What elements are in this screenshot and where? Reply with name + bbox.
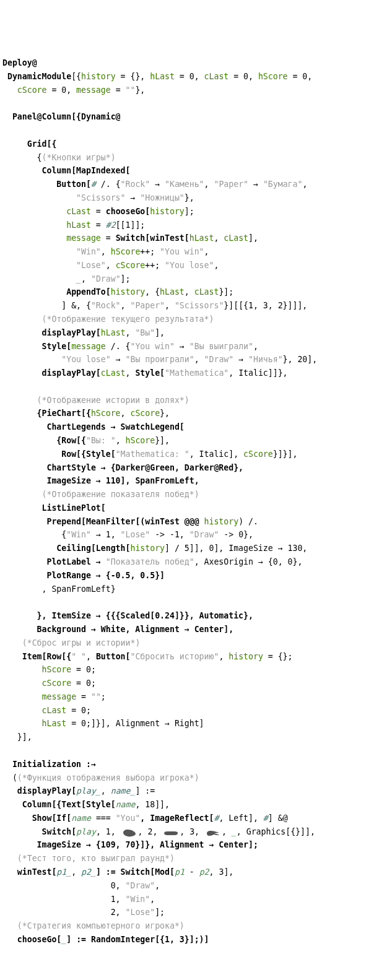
str-win: "Win" bbox=[76, 247, 101, 256]
syntax: = 0, bbox=[175, 72, 204, 81]
var-message: message bbox=[76, 85, 111, 95]
str-youwin2: "You win" bbox=[130, 342, 174, 351]
switch2: Switch[ bbox=[42, 827, 77, 836]
syntax: ] / 5]], 0], ImageSize → 130, bbox=[165, 544, 307, 553]
syntax: , bbox=[71, 867, 81, 877]
syntax: = bbox=[91, 207, 106, 216]
str-nozhnitsy: "Ножницы" bbox=[140, 193, 184, 202]
str-vy2: "Вы: " bbox=[86, 436, 116, 445]
str-youlose2: "You lose" bbox=[61, 355, 110, 364]
imagereflect: , ImageReflect[ bbox=[140, 813, 214, 823]
listlineplot: ListLinePlot[ bbox=[42, 503, 106, 513]
syntax: → 1, bbox=[91, 530, 121, 539]
blank2: _ bbox=[232, 827, 237, 836]
str-space: " " bbox=[71, 652, 86, 661]
syntax: , Graphics[{}]], bbox=[237, 827, 315, 836]
syntax: ]; bbox=[121, 274, 131, 284]
syntax: }]; bbox=[219, 287, 233, 297]
str-scissors2: "Scissors" bbox=[175, 301, 224, 310]
choosego-def: chooseGo[ bbox=[17, 935, 61, 944]
var-hscore: hScore bbox=[111, 247, 141, 256]
var-cscore: cScore bbox=[243, 449, 273, 459]
syntax: = {}, bbox=[116, 72, 150, 81]
syntax: , bbox=[204, 247, 209, 256]
syntax: [[1]]; bbox=[116, 220, 146, 230]
prepend: Prepend[MeanFilter[(winTest @@@ bbox=[46, 517, 204, 526]
str-vyproigrali: "Вы проиграли" bbox=[126, 355, 194, 364]
arrow: → bbox=[126, 193, 141, 202]
syntax: , bbox=[253, 342, 258, 351]
syntax: = {}; bbox=[263, 652, 293, 661]
str-bumaga: "Бумага" bbox=[263, 180, 303, 189]
plotlabel: PlotLabel → bbox=[46, 557, 105, 566]
var-cscore: cScore bbox=[17, 85, 47, 95]
syntax: 1, bbox=[111, 895, 126, 904]
syntax: - bbox=[185, 867, 199, 877]
syntax: /. { bbox=[96, 180, 121, 189]
syntax: -> -1, bbox=[150, 530, 189, 539]
str-kamen: "Камень" bbox=[165, 180, 204, 189]
str-win2: "Win" bbox=[66, 530, 91, 539]
str-mathematica2: "Mathematica: " bbox=[116, 449, 189, 459]
syntax: = bbox=[101, 233, 116, 243]
syntax: , bbox=[165, 301, 175, 310]
str-draw: "Draw" bbox=[91, 274, 121, 284]
syntax: , bbox=[185, 287, 194, 297]
appendto: AppendTo[ bbox=[66, 287, 110, 297]
var-clast: cLast bbox=[194, 287, 219, 297]
arrow: → bbox=[248, 180, 263, 189]
displayplay: displayPlay[ bbox=[42, 328, 101, 337]
syntax: ; bbox=[101, 692, 106, 701]
piechart: {PieChart[{ bbox=[37, 409, 91, 418]
var-history: history bbox=[81, 72, 116, 81]
var-message: message bbox=[42, 692, 77, 701]
displayplay-def: displayPlay[ bbox=[17, 786, 76, 796]
slot: # bbox=[91, 180, 96, 189]
arg-name3: name bbox=[71, 813, 91, 823]
str-paper: "Paper" bbox=[214, 180, 248, 189]
comment: (*Отображение истории в долях*) bbox=[37, 396, 189, 405]
str-youwin: "You win" bbox=[160, 247, 204, 256]
str-scissors: "Scissors" bbox=[76, 193, 125, 202]
syntax: , bbox=[116, 436, 126, 445]
syntax: ], bbox=[248, 233, 258, 243]
str-draw3: "Draw" bbox=[189, 530, 219, 539]
plotrange: PlotRange → {-0.5, 0.5}] bbox=[46, 571, 165, 580]
syntax: ] &, { bbox=[61, 301, 91, 310]
str-win3: "Win" bbox=[126, 895, 150, 904]
str-empty2: "" bbox=[91, 692, 101, 701]
syntax: }, bbox=[160, 409, 170, 418]
style: Style[ bbox=[42, 342, 72, 351]
str-paper2: "Paper" bbox=[130, 301, 165, 310]
syntax: , 3], bbox=[209, 867, 234, 877]
syntax: }, bbox=[135, 85, 145, 95]
str-lose2: "Lose" bbox=[121, 530, 150, 539]
var-hlast: hLast bbox=[101, 328, 126, 337]
button2: Button[ bbox=[96, 652, 131, 661]
syntax: [{ bbox=[71, 72, 81, 81]
syntax: , bbox=[214, 261, 219, 270]
syntax: , bbox=[214, 233, 224, 243]
str-rock: "Rock" bbox=[121, 180, 150, 189]
syntax: , bbox=[194, 355, 204, 364]
syntax: = 0, bbox=[229, 72, 258, 81]
syntax: , 18]], bbox=[135, 800, 170, 809]
syntax: , { bbox=[145, 287, 160, 297]
syntax: , 1, bbox=[96, 827, 121, 836]
var-hlast: hLast bbox=[160, 287, 185, 297]
syntax: = bbox=[91, 220, 106, 230]
str-pokazatel: "Показатель побед" bbox=[106, 557, 194, 566]
syntax: }][[{1, 3, 2}]]], bbox=[224, 301, 307, 310]
comment: (*Отображение показателя побед*) bbox=[42, 490, 199, 499]
item-row: Item[Row[{ bbox=[22, 652, 71, 661]
syntax: ]; bbox=[155, 908, 165, 917]
column-mapindexed: Column[MapIndexed[ bbox=[42, 166, 131, 175]
syntax: ++; bbox=[140, 247, 160, 256]
imagesize: ImageSize → 110], SpanFromLeft, bbox=[46, 476, 199, 485]
syntax: , bbox=[121, 301, 131, 310]
syntax: , bbox=[101, 247, 111, 256]
arrow: → bbox=[175, 342, 189, 351]
column-text: Column[{Text[Style[ bbox=[22, 800, 116, 809]
var-clast: cLast bbox=[42, 706, 67, 715]
comment: (*Стратегия компьютерного игрока*) bbox=[17, 921, 185, 930]
